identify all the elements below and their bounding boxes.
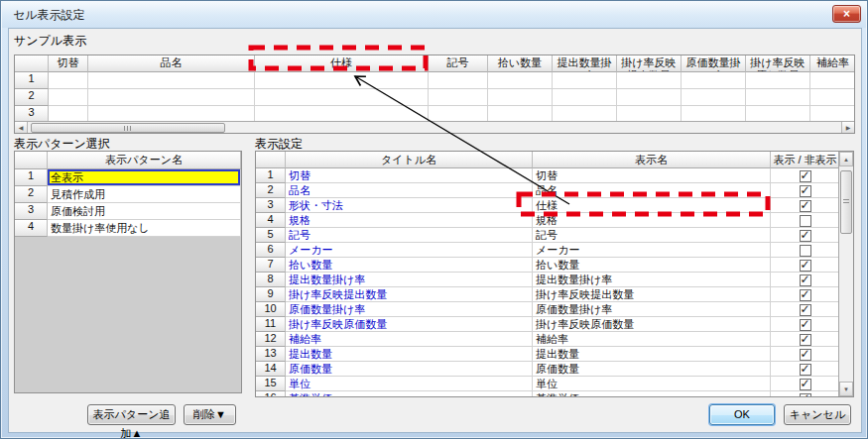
sample-cell[interactable] bbox=[810, 89, 855, 106]
settings-display-cell[interactable]: メーカー bbox=[533, 243, 771, 258]
settings-visibility-cell[interactable] bbox=[771, 347, 840, 362]
settings-title-cell[interactable]: 原価数量 bbox=[286, 362, 533, 377]
pattern-name-cell[interactable]: 数量掛け率使用なし bbox=[48, 220, 241, 237]
sample-cell[interactable] bbox=[617, 72, 682, 89]
settings-visibility-cell[interactable] bbox=[771, 273, 840, 287]
visibility-checkbox[interactable] bbox=[800, 289, 811, 301]
settings-title-cell[interactable]: 掛け率反映提出数量 bbox=[286, 287, 533, 302]
settings-display-cell[interactable]: 単位 bbox=[533, 377, 771, 391]
close-button[interactable]: × bbox=[832, 5, 861, 23]
settings-display-cell[interactable]: 拾い数量 bbox=[533, 258, 771, 273]
settings-visibility-cell[interactable] bbox=[771, 302, 840, 317]
sample-cell[interactable] bbox=[429, 72, 488, 89]
vertical-scrollbar[interactable]: ▲ ▼ bbox=[838, 152, 853, 396]
visibility-checkbox[interactable] bbox=[800, 170, 811, 182]
sample-cell[interactable] bbox=[429, 89, 488, 106]
visibility-checkbox[interactable] bbox=[800, 215, 811, 227]
settings-title-cell[interactable]: メーカー bbox=[286, 243, 533, 258]
settings-display-cell[interactable]: 品名 bbox=[533, 183, 771, 198]
settings-title-cell[interactable]: 記号 bbox=[286, 228, 533, 243]
settings-title-cell[interactable]: 補給率 bbox=[286, 332, 533, 347]
table-row[interactable]: 3原価検討用 bbox=[15, 203, 241, 220]
visibility-checkbox[interactable] bbox=[800, 349, 811, 361]
sample-cell[interactable] bbox=[255, 89, 429, 106]
scrollbar-left-arrow-icon[interactable]: ◀ bbox=[15, 122, 28, 134]
visibility-checkbox[interactable] bbox=[800, 245, 811, 257]
table-row[interactable]: 1全表示 bbox=[15, 169, 241, 186]
sample-cell[interactable] bbox=[746, 72, 810, 89]
settings-display-cell[interactable]: 掛け率反映提出数量 bbox=[533, 287, 771, 302]
sample-cell[interactable] bbox=[49, 89, 88, 106]
settings-title-cell[interactable]: 品名 bbox=[286, 183, 533, 198]
sample-cell[interactable] bbox=[682, 72, 746, 89]
visibility-checkbox[interactable] bbox=[800, 304, 811, 316]
settings-title-cell[interactable]: 基準単価 bbox=[286, 391, 533, 397]
sample-cell[interactable] bbox=[49, 72, 88, 89]
visibility-checkbox[interactable] bbox=[800, 379, 811, 390]
sample-cell[interactable] bbox=[553, 89, 617, 106]
settings-display-cell[interactable]: 規格 bbox=[533, 213, 771, 228]
settings-title-cell[interactable]: 拾い数量 bbox=[286, 258, 533, 273]
settings-display-cell[interactable]: 提出数量掛け率 bbox=[533, 273, 771, 287]
settings-display-cell[interactable]: 切替 bbox=[533, 168, 771, 183]
visibility-checkbox[interactable] bbox=[800, 185, 811, 197]
table-row[interactable]: 4数量掛け率使用なし bbox=[15, 220, 241, 237]
settings-visibility-cell[interactable] bbox=[771, 391, 840, 397]
settings-title-cell[interactable]: 形状・寸法 bbox=[286, 198, 533, 213]
horizontal-scrollbar[interactable]: ◀ ▶ bbox=[15, 121, 854, 133]
visibility-checkbox[interactable] bbox=[800, 364, 811, 376]
settings-display-cell[interactable]: 原価数量 bbox=[533, 362, 771, 377]
table-row[interactable]: 2見積作成用 bbox=[15, 186, 241, 203]
settings-display-cell[interactable]: 提出数量 bbox=[533, 347, 771, 362]
sample-cell[interactable] bbox=[617, 89, 682, 106]
settings-display-cell[interactable]: 掛け率反映原価数量 bbox=[533, 317, 771, 332]
ok-button[interactable]: OK bbox=[709, 404, 775, 425]
settings-visibility-cell[interactable] bbox=[771, 183, 840, 198]
visibility-checkbox[interactable] bbox=[800, 393, 811, 398]
pattern-name-cell[interactable]: 見積作成用 bbox=[48, 186, 241, 203]
visibility-checkbox[interactable] bbox=[800, 260, 811, 272]
pattern-name-cell[interactable]: 原価検討用 bbox=[48, 203, 241, 220]
visibility-checkbox[interactable] bbox=[800, 334, 811, 346]
settings-visibility-cell[interactable] bbox=[771, 317, 840, 332]
settings-display-cell[interactable]: 補給率 bbox=[533, 332, 771, 347]
scrollbar-up-arrow-icon[interactable]: ▲ bbox=[839, 152, 853, 166]
settings-visibility-cell[interactable] bbox=[771, 287, 840, 302]
scrollbar-right-arrow-icon[interactable]: ▶ bbox=[841, 122, 854, 134]
add-pattern-button[interactable]: 表示パターン追加▲ bbox=[87, 404, 176, 425]
settings-visibility-cell[interactable] bbox=[771, 228, 840, 243]
visibility-checkbox[interactable] bbox=[800, 274, 811, 286]
visibility-checkbox[interactable] bbox=[800, 230, 811, 242]
settings-title-cell[interactable]: 規格 bbox=[286, 213, 533, 228]
pattern-name-cell[interactable]: 全表示 bbox=[48, 169, 241, 186]
settings-title-cell[interactable]: 原価数量掛け率 bbox=[286, 302, 533, 317]
settings-display-cell[interactable]: 記号 bbox=[533, 228, 771, 243]
delete-pattern-button[interactable]: 削除▼ bbox=[184, 404, 236, 425]
sample-cell[interactable] bbox=[553, 72, 617, 89]
settings-title-cell[interactable]: 単位 bbox=[286, 377, 533, 391]
cancel-button[interactable]: キャンセル bbox=[784, 404, 851, 425]
sample-cell[interactable] bbox=[88, 89, 255, 106]
sample-cell[interactable] bbox=[810, 72, 855, 89]
scrollbar-down-arrow-icon[interactable]: ▼ bbox=[839, 382, 853, 396]
visibility-checkbox[interactable] bbox=[800, 319, 811, 331]
settings-visibility-cell[interactable] bbox=[771, 362, 840, 377]
settings-visibility-cell[interactable] bbox=[771, 258, 840, 273]
settings-title-cell[interactable]: 掛け率反映原価数量 bbox=[286, 317, 533, 332]
sample-cell[interactable] bbox=[488, 72, 553, 89]
settings-display-cell[interactable]: 基準単価 bbox=[533, 391, 771, 397]
settings-title-cell[interactable]: 提出数量 bbox=[286, 347, 533, 362]
settings-title-cell[interactable]: 切替 bbox=[286, 168, 533, 183]
settings-visibility-cell[interactable] bbox=[771, 332, 840, 347]
settings-visibility-cell[interactable] bbox=[771, 213, 840, 228]
sample-cell[interactable] bbox=[255, 72, 429, 89]
settings-display-cell[interactable]: 原価数量掛け率 bbox=[533, 302, 771, 317]
settings-title-cell[interactable]: 提出数量掛け率 bbox=[286, 273, 533, 287]
settings-visibility-cell[interactable] bbox=[771, 243, 840, 258]
settings-display-cell[interactable]: 仕様 bbox=[533, 198, 771, 213]
settings-visibility-cell[interactable] bbox=[771, 377, 840, 391]
sample-cell[interactable] bbox=[682, 89, 746, 106]
scrollbar-thumb[interactable] bbox=[31, 123, 225, 133]
sample-cell[interactable] bbox=[88, 72, 255, 89]
sample-cell[interactable] bbox=[746, 89, 810, 106]
